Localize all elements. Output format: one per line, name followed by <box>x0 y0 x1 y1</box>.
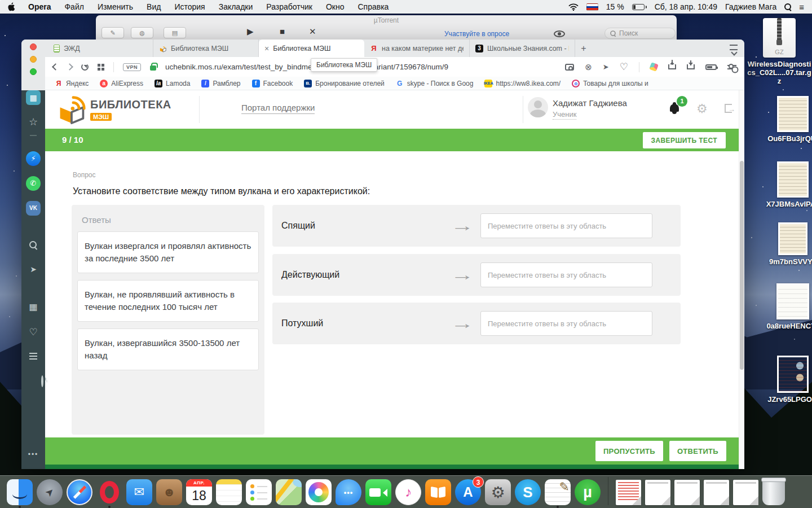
bookmark-aliexpress[interactable]: aAliExpress <box>100 80 143 87</box>
bookmarks-star-icon[interactable]: ☆ <box>29 116 38 128</box>
tab-menu-icon[interactable] <box>730 45 738 50</box>
speed-dial-icon[interactable]: ▦ <box>26 90 41 105</box>
mail-icon[interactable]: ✉ <box>126 479 152 505</box>
tab-mesh-library-active[interactable]: × Библиотека МЭШ <box>259 40 364 57</box>
utorrent-search-box[interactable]: Поиск <box>604 28 676 39</box>
tab-mesh-library-1[interactable]: Библиотека МЭШ <box>153 40 259 57</box>
desktop-image-3[interactable]: 9m7bnSVVY8 <box>761 222 812 266</box>
secure-lock-icon[interactable] <box>150 65 156 71</box>
bookmark-yandex[interactable]: ЯЯндекс <box>55 80 89 87</box>
drop-area-1[interactable] <box>480 213 652 238</box>
facetime-icon[interactable] <box>365 479 391 505</box>
reminders-icon[interactable] <box>246 479 272 505</box>
menubar-file-menu[interactable]: Файл <box>64 2 83 11</box>
answer-card-3[interactable]: Вулкан, извергавшийся 3500-13500 лет наз… <box>77 329 259 370</box>
minimized-document-5[interactable] <box>733 480 758 505</box>
menubar-help-menu[interactable]: Справка <box>358 2 389 11</box>
menubar-clock[interactable]: Сб, 18 апр. 10:49 <box>655 2 717 11</box>
new-tab-button[interactable]: + <box>575 40 592 57</box>
minimized-document-3[interactable] <box>674 480 700 505</box>
whatsapp-icon[interactable]: ✆ <box>26 176 41 191</box>
menubar-app-menu[interactable]: Opera <box>28 2 51 11</box>
bookmark-heart-icon[interactable]: ♡ <box>620 62 628 72</box>
app-store-icon[interactable]: A3 <box>455 479 481 505</box>
spotlight-search-icon[interactable] <box>784 3 791 10</box>
mesh-logo[interactable] <box>55 95 88 124</box>
textedit-icon[interactable] <box>545 479 571 505</box>
battery-saver-icon[interactable] <box>705 64 717 70</box>
battery-icon[interactable] <box>632 4 647 10</box>
easy-setup-icon[interactable] <box>727 64 736 71</box>
back-button[interactable] <box>52 63 59 71</box>
messages-icon[interactable]: ••• <box>336 479 361 505</box>
minimized-document-2[interactable] <box>645 480 670 505</box>
sidebar-more-icon[interactable]: ••• <box>28 450 39 458</box>
finish-test-button[interactable]: ЗАВЕРШИТЬ ТЕСТ <box>643 132 726 148</box>
settings-gear-icon[interactable]: ⚙ <box>696 102 708 116</box>
speed-dial-button[interactable] <box>98 64 104 71</box>
bookmark-facebook[interactable]: fFacebook <box>252 80 293 87</box>
menubar-edit-menu[interactable]: Изменить <box>98 2 133 11</box>
keyboard-layout-flag-ru[interactable] <box>586 3 598 11</box>
image-thumbnail[interactable] <box>777 356 809 393</box>
tab-yandex-search[interactable]: Я на каком материке нет дей <box>364 40 470 57</box>
utorrent-toolbar-button-2[interactable]: ◍ <box>131 27 153 38</box>
extensions-grid-icon[interactable]: ▦ <box>29 301 37 312</box>
forward-button[interactable] <box>66 63 73 71</box>
utorrent-toolbar-button-1[interactable]: ✎ <box>102 27 124 38</box>
battery-percent[interactable]: 15 % <box>606 2 624 11</box>
menubar-user[interactable]: Гаджиев Мага <box>725 2 776 11</box>
image-thumbnail[interactable] <box>777 96 809 132</box>
trash-icon[interactable] <box>762 479 785 505</box>
ibooks-icon[interactable] <box>425 479 451 505</box>
archive-file-icon[interactable]: GZ <box>763 18 796 58</box>
opera-icon[interactable] <box>96 479 122 505</box>
sidebar-search-icon[interactable] <box>29 241 37 249</box>
drop-area-2[interactable] <box>480 262 652 287</box>
share-icon[interactable] <box>668 64 676 69</box>
calendar-icon[interactable]: АПР.18 <box>186 479 212 505</box>
adblock-icon[interactable]: ⊗ <box>585 63 592 71</box>
menubar-window-menu[interactable]: Окно <box>326 2 345 11</box>
utorrent-stop-button[interactable]: ■ <box>280 27 285 36</box>
image-thumbnail[interactable] <box>778 222 807 255</box>
bookmark-lamoda[interactable]: laLamoda <box>155 80 190 87</box>
wifi-icon[interactable] <box>568 3 579 11</box>
image-thumbnail[interactable] <box>776 283 809 319</box>
address-bar[interactable]: uchebnik.mos.ru/exam/test/test_by_bind m… <box>165 63 556 71</box>
finder-icon[interactable] <box>7 479 33 505</box>
image-thumbnail[interactable] <box>777 161 809 198</box>
bookmark-google-skype[interactable]: Gskype - Поиск в Goog <box>396 80 474 87</box>
launchpad-icon[interactable] <box>37 479 63 505</box>
apple-menu-icon[interactable] <box>8 2 16 11</box>
utorrent-toolbar-button-3[interactable]: ▤ <box>164 27 186 38</box>
messenger-icon[interactable]: ⚡ <box>26 151 41 166</box>
window-zoom-button[interactable] <box>30 68 37 75</box>
drop-area-3[interactable] <box>480 311 652 336</box>
user-role-link[interactable]: Ученик <box>553 110 576 120</box>
utorrent-window[interactable]: µTorrent ✎ ◍ ▤ ▶ ■ ✕ Участвуйте в опросе… <box>96 15 677 40</box>
utorrent-remove-button[interactable]: ✕ <box>309 27 316 37</box>
page-scrollbar[interactable] <box>739 90 744 469</box>
system-preferences-icon[interactable]: ⚙ <box>485 479 511 505</box>
contacts-icon[interactable]: ☻ <box>156 479 182 505</box>
bookmark-rambler[interactable]: /Рамблер <box>201 80 240 87</box>
skype-icon[interactable]: S <box>515 479 541 505</box>
itunes-icon[interactable]: ♪ <box>395 479 421 505</box>
desktop-image-2[interactable]: X7JBMsAvlPA.j <box>761 161 812 208</box>
utorrent-dock-icon[interactable]: µ <box>575 479 601 505</box>
desktop-image-1[interactable]: Ou6FBu3jrQU. <box>761 96 812 143</box>
minimized-document-1[interactable] <box>616 480 641 505</box>
menubar-bookmarks-menu[interactable]: Закладки <box>219 2 253 11</box>
my-flow-sidebar-icon[interactable]: ➤ <box>30 265 37 274</box>
personal-news-icon[interactable] <box>29 353 37 360</box>
support-portal-link[interactable]: Портал поддержки <box>241 103 315 114</box>
logout-icon[interactable] <box>725 104 732 113</box>
menubar-history-menu[interactable]: История <box>174 2 205 11</box>
extension-cube-icon[interactable] <box>649 62 659 72</box>
notifications-bell-icon[interactable] <box>670 104 679 112</box>
snapshot-camera-icon[interactable] <box>565 64 574 71</box>
maps-icon[interactable] <box>276 479 302 505</box>
notification-center-icon[interactable]: ≡ <box>799 2 804 12</box>
utorrent-survey-link[interactable]: Участвуйте в опросе <box>444 30 509 38</box>
